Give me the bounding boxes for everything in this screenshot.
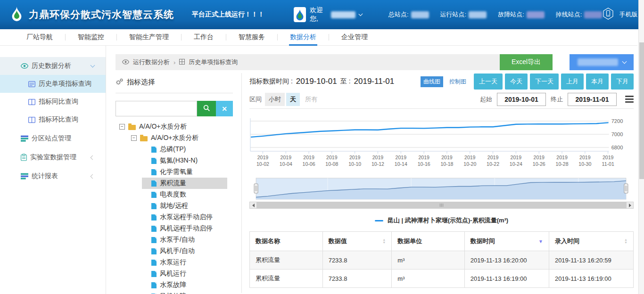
sort-icon[interactable]: ▲▼ (382, 238, 386, 244)
nav-item-6[interactable]: 企业管理 (329, 29, 380, 46)
collapse-icon[interactable]: − (119, 124, 125, 130)
nav-item-0[interactable]: 厂站导航 (14, 29, 65, 46)
nav-item-5[interactable]: 数据分析 (278, 29, 329, 46)
sidebar-item-0-2[interactable]: 指标环比查询 (0, 111, 106, 129)
file-icon (151, 203, 157, 209)
tree-leaf-13[interactable]: 风机故障 (142, 291, 227, 294)
chart-hscrollbar[interactable] (249, 202, 634, 209)
tree-leaf-9[interactable]: 风机手/自动 (142, 245, 227, 257)
mobile-version-link[interactable]: 手机版 (619, 10, 637, 19)
search-row: ✕ (116, 101, 233, 116)
svg-text:10-10: 10-10 (348, 161, 361, 167)
tree-leaf-2[interactable]: 化学需氧量 (142, 166, 227, 178)
interval-option-0[interactable]: 小时 (265, 93, 285, 106)
tree-leaf-5[interactable]: 就地/远程 (142, 200, 227, 212)
table-header-label: 数据单位 (397, 237, 422, 245)
svg-text:2019: 2019 (372, 155, 384, 160)
breadcrumb: 运行数据分析 › 历史单项指标查询 (116, 54, 500, 70)
table-header-4[interactable]: 录入时间▲▼ (549, 232, 633, 251)
quick-button-1[interactable]: 今天 (505, 74, 528, 90)
table-header-2[interactable]: 数据单位 (392, 232, 465, 251)
vscroll-thumb[interactable] (639, 42, 644, 179)
chart-navigator[interactable]: 7. 十月14. 十月21. 十月28. 十月 (249, 178, 634, 201)
start-date-input[interactable]: 2019-10-01 (497, 93, 546, 106)
end-label: 终止 (551, 95, 563, 104)
scroll-thumb[interactable] (257, 202, 626, 208)
tree-leaf-7[interactable]: 风机远程手动启停 (142, 223, 227, 234)
panel-title: 指标选择 (127, 78, 155, 87)
chart-type-tab-0[interactable]: 曲线图 (421, 76, 443, 87)
sidebar-group-label: 实验室数据管理 (30, 153, 76, 162)
tree-group-node[interactable]: −A/A/O+水质分析 (116, 132, 241, 144)
interval-option-1[interactable]: 天 (286, 93, 300, 106)
tree-leaf-10[interactable]: 水泵运行 (142, 257, 227, 268)
nav-item-2[interactable]: 智能生产管理 (117, 29, 181, 46)
svg-text:10-24: 10-24 (510, 161, 522, 167)
search-input[interactable] (116, 101, 197, 116)
svg-text:2019: 2019 (511, 155, 522, 160)
sidebar-group-3[interactable]: 统计报表 (0, 167, 106, 185)
redacted-station-count (411, 11, 429, 18)
sidebar-group-0[interactable]: 历史数据分析 (0, 57, 106, 75)
quick-button-2[interactable]: 下一天 (530, 74, 559, 90)
end-date-input[interactable]: 2019-11-01 (568, 93, 617, 106)
search-button[interactable] (197, 101, 216, 116)
station-stat: 总站点: (388, 10, 429, 19)
sidebar-item-0-1[interactable]: 指标同比查询 (0, 93, 106, 111)
tree-leaf-8[interactable]: 水泵手/自动 (142, 234, 227, 245)
page-vscrollbar[interactable] (638, 0, 644, 294)
tree-leaf-label: 水泵手/自动 (160, 236, 195, 244)
nav-item-4[interactable]: 智慧服务 (226, 29, 277, 46)
file-icon (151, 271, 157, 277)
sort-icon[interactable]: ▲▼ (624, 238, 627, 244)
svg-text:10-26: 10-26 (533, 161, 545, 167)
sort-desc-icon[interactable]: ▼ (538, 239, 543, 244)
tree-root-node[interactable]: −A/A/O+水质分析 (116, 121, 241, 132)
breadcrumb-page: 历史单项指标查询 (189, 58, 238, 66)
tree-leaf-6[interactable]: 水泵远程手动启停 (142, 212, 227, 223)
app-logo-drop-icon (10, 6, 23, 24)
table-header-3[interactable]: 数据时间▼ (464, 232, 549, 251)
station-stat-label: 运行站点: (440, 10, 467, 19)
table-cell: m³ (392, 270, 465, 288)
sidebar-item-0-0[interactable]: 历史单项指标查询 (0, 75, 106, 93)
chart-menu-icon[interactable] (625, 96, 634, 103)
clear-search-button[interactable]: ✕ (216, 101, 233, 116)
quick-button-5[interactable]: 下月 (611, 74, 634, 90)
svg-text:6800: 6800 (611, 145, 623, 150)
quick-button-0[interactable]: 上一天 (474, 74, 503, 90)
nav-item-1[interactable]: 智能监控 (66, 29, 116, 46)
chart-legend[interactable]: 昆山 | 武神潭村卜家堰(示范点)-累积流量(m³) (249, 216, 634, 225)
scroll-left-arrow[interactable] (250, 202, 257, 208)
breadcrumb-section[interactable]: 运行数据分析 (133, 58, 170, 66)
folder-icon (128, 125, 136, 130)
scroll-right-arrow[interactable] (626, 202, 633, 208)
file-icon (151, 180, 157, 187)
svg-text:2019: 2019 (281, 155, 292, 160)
user-menu[interactable]: 欢迎您, (294, 6, 362, 23)
table-header-1[interactable]: 数据值▲▼ (322, 232, 392, 251)
tree-leaf-3[interactable]: 累积流量 (142, 178, 227, 189)
svg-text:2019: 2019 (441, 155, 453, 160)
svg-text:2019: 2019 (349, 155, 361, 160)
table-header-0[interactable]: 数据名称 (250, 232, 323, 251)
sidebar-group-1[interactable]: 分区站点管理 (0, 130, 106, 147)
collapse-icon[interactable]: − (131, 135, 137, 141)
nav-item-3[interactable]: 工作台 (182, 29, 226, 46)
eye-icon (122, 59, 129, 66)
tree-leaf-4[interactable]: 电表度数 (142, 189, 227, 200)
chart-type-tab-1[interactable]: 控制图 (446, 76, 469, 87)
station-select-dropdown[interactable] (570, 54, 634, 70)
table-row[interactable]: 累积流量7233.8m³2019-11-13 16:20:002019-11-1… (250, 251, 634, 270)
excel-export-button[interactable]: Excel导出 (500, 54, 553, 70)
search-icon (203, 105, 210, 113)
tree-leaf-12[interactable]: 水泵故障 (142, 279, 227, 291)
quick-button-4[interactable]: 本月 (586, 74, 609, 90)
tree-leaf-0[interactable]: 总磷(TP) (142, 144, 227, 155)
tree-leaf-label: 水泵故障 (160, 281, 186, 289)
sidebar-group-2[interactable]: 实验室数据管理 (0, 148, 106, 166)
quick-button-3[interactable]: 上月 (561, 74, 584, 90)
tree-leaf-1[interactable]: 氨氮(H3N-N) (142, 155, 227, 166)
tree-leaf-11[interactable]: 风机运行 (142, 268, 227, 279)
table-row[interactable]: 累积流量7233.8m³2019-11-13 16:19:002019-11-1… (250, 270, 634, 288)
